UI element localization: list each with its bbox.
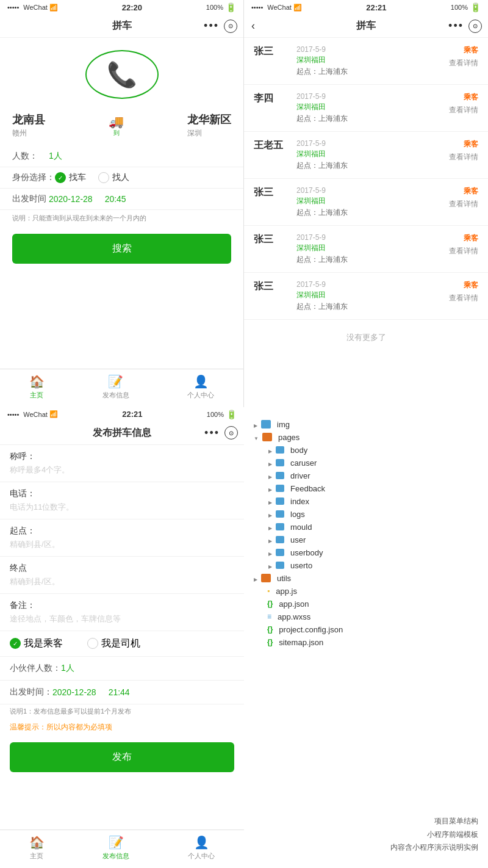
file-appjs[interactable]: ▪ app.js bbox=[254, 585, 478, 598]
folder-pages[interactable]: pages bbox=[254, 431, 478, 444]
tab-profile-3[interactable]: 👤 个人中心 bbox=[188, 835, 215, 861]
folder-driver[interactable]: driver bbox=[268, 469, 478, 482]
result-date-0: 2017-5-9 bbox=[296, 45, 443, 54]
scan-icon-3[interactable]: ⊙ bbox=[224, 426, 238, 439]
file-projectconfig[interactable]: {} project.config.json bbox=[254, 623, 478, 636]
time-2: 22:21 bbox=[366, 3, 386, 12]
file-sitemap-label: sitemap.json bbox=[279, 638, 323, 647]
scan-icon-1[interactable]: ⊙ bbox=[224, 20, 237, 33]
project-line3: 内容含小程序演示说明实例 bbox=[254, 841, 478, 855]
menu-dots-1[interactable]: ••• bbox=[204, 20, 219, 32]
time-3: 22:21 bbox=[122, 410, 142, 419]
title-bar-1: 拼车 ••• ⊙ bbox=[0, 15, 243, 38]
result-detail-1[interactable]: 查看详情 bbox=[449, 105, 478, 115]
menu-dots-2[interactable]: ••• bbox=[448, 20, 464, 32]
folder-userbody[interactable]: userbody bbox=[268, 546, 478, 559]
folder-logs-chevron bbox=[268, 510, 272, 519]
result-item-3[interactable]: 张三 2017-5-9 深圳福田 起点：上海浦东 乘客 查看详情 bbox=[244, 179, 488, 226]
arrow-label: 到 bbox=[113, 129, 120, 137]
field-note-hint[interactable]: 途径地点，车颜色，车牌信息等 bbox=[10, 613, 234, 624]
scan-icon-2[interactable]: ⊙ bbox=[468, 20, 482, 33]
result-right-0: 乘客 查看详情 bbox=[449, 45, 478, 68]
field-start-hint[interactable]: 精确到县/区。 bbox=[10, 539, 234, 550]
result-tag-0: 乘客 bbox=[464, 45, 478, 56]
post-people-row: 小伙伴人数： 1人 bbox=[0, 657, 244, 681]
result-middle-4: 2017-5-9 深圳福田 起点：上海浦东 bbox=[290, 233, 449, 265]
file-sitemap[interactable]: {} sitemap.json bbox=[254, 636, 478, 649]
radio-checked-icon bbox=[55, 172, 66, 183]
folder-utils[interactable]: utils bbox=[254, 572, 478, 585]
result-list: 张三 2017-5-9 深圳福田 起点：上海浦东 乘客 查看详情 李四 2017… bbox=[244, 38, 488, 407]
departure-date[interactable]: 2020-12-28 bbox=[49, 194, 93, 204]
field-end-hint[interactable]: 精确到县/区。 bbox=[10, 576, 234, 587]
back-button[interactable]: ‹ bbox=[251, 20, 255, 32]
publish-button[interactable]: 发布 bbox=[10, 742, 234, 772]
carrier-3: WeChat bbox=[23, 411, 48, 418]
folder-body-label: body bbox=[290, 446, 307, 455]
result-detail-0[interactable]: 查看详情 bbox=[449, 58, 478, 68]
field-phone-hint[interactable]: 电话为11位数字。 bbox=[10, 502, 234, 513]
field-name-label: 称呼： bbox=[10, 451, 234, 462]
folder-pages-label: pages bbox=[278, 433, 300, 442]
post-departure-date[interactable]: 2020-12-28 bbox=[52, 687, 96, 697]
result-start-4: 起点：上海浦东 bbox=[296, 255, 443, 265]
tab-home-3[interactable]: 🏠 主页 bbox=[29, 835, 45, 861]
post-option-passenger[interactable]: 我是乘客 bbox=[10, 637, 63, 650]
folder-logs[interactable]: logs bbox=[268, 508, 478, 521]
result-dest-2: 深圳福田 bbox=[296, 149, 443, 159]
field-phone: 电话： 电话为11位数字。 bbox=[0, 482, 244, 519]
file-projectconfig-label: project.config.json bbox=[279, 625, 343, 634]
result-detail-3[interactable]: 查看详情 bbox=[449, 199, 478, 209]
tab-home-1[interactable]: 🏠 主页 bbox=[29, 374, 45, 400]
folder-userto[interactable]: userto bbox=[268, 559, 478, 572]
result-detail-4[interactable]: 查看详情 bbox=[449, 246, 478, 256]
folder-user[interactable]: user bbox=[268, 533, 478, 546]
search-button[interactable]: 搜索 bbox=[12, 234, 231, 264]
folder-index[interactable]: index bbox=[268, 495, 478, 508]
result-item-5[interactable]: 张三 2017-5-9 深圳福田 起点：上海浦东 乘客 查看详情 bbox=[244, 273, 488, 320]
time-1: 22:20 bbox=[122, 3, 142, 12]
result-item-1[interactable]: 李四 2017-5-9 深圳福田 起点：上海浦东 乘客 查看详情 bbox=[244, 85, 488, 132]
result-detail-2[interactable]: 查看详情 bbox=[449, 152, 478, 162]
departure-time[interactable]: 20:45 bbox=[105, 194, 126, 204]
route-arrow: 🚚 到 bbox=[109, 114, 124, 137]
post-option-driver[interactable]: 我是司机 bbox=[87, 637, 140, 650]
result-item-0[interactable]: 张三 2017-5-9 深圳福田 起点：上海浦东 乘客 查看详情 bbox=[244, 38, 488, 85]
post-departure-time[interactable]: 21:44 bbox=[109, 687, 130, 697]
option-find-person[interactable]: 找人 bbox=[98, 172, 129, 183]
folder-user-chevron bbox=[268, 535, 272, 544]
result-detail-5[interactable]: 查看详情 bbox=[449, 293, 478, 303]
folder-feedback[interactable]: Feedback bbox=[268, 482, 478, 495]
tab-profile-1[interactable]: 👤 个人中心 bbox=[187, 374, 214, 400]
status-left-2: ••••• WeChat 📶 bbox=[251, 4, 302, 12]
folder-driver-chevron bbox=[268, 471, 272, 480]
option-find-car[interactable]: 找车 bbox=[55, 172, 86, 183]
menu-dots-3[interactable]: ••• bbox=[204, 427, 220, 439]
home-icon-1: 🏠 bbox=[29, 374, 45, 389]
folder-mould-label: mould bbox=[290, 523, 312, 532]
folder-caruser[interactable]: caruser bbox=[268, 457, 478, 469]
phone-logo-circle: 📞 bbox=[85, 50, 159, 99]
result-item-4[interactable]: 张三 2017-5-9 深圳福田 起点：上海浦东 乘客 查看详情 bbox=[244, 226, 488, 273]
status-bar-1: ••••• WeChat 📶 22:20 100% 🔋 bbox=[0, 0, 243, 15]
file-appjson[interactable]: {} app.json bbox=[254, 598, 478, 610]
folder-index-chevron bbox=[268, 497, 272, 506]
result-name-0: 张三 bbox=[254, 45, 290, 58]
field-name-hint[interactable]: 称呼最多4个字。 bbox=[10, 465, 234, 476]
result-item-2[interactable]: 王老五 2017-5-9 深圳福田 起点：上海浦东 乘客 查看详情 bbox=[244, 132, 488, 179]
phone-icon: 📞 bbox=[107, 60, 137, 89]
folder-img[interactable]: img bbox=[254, 418, 478, 431]
folder-mould[interactable]: mould bbox=[268, 521, 478, 533]
tab-bar-1: 🏠 主页 📝 发布信息 👤 个人中心 bbox=[0, 369, 243, 407]
to-city: 龙华新区 bbox=[187, 112, 231, 127]
tab-home-label-3: 主页 bbox=[30, 852, 43, 861]
profile-icon-1: 👤 bbox=[193, 374, 209, 389]
phone-logo-area: 📞 bbox=[0, 38, 243, 105]
file-appwxss[interactable]: ≡ app.wxss bbox=[254, 610, 478, 623]
folder-body[interactable]: body bbox=[268, 444, 478, 457]
folder-userbody-chevron bbox=[268, 548, 272, 557]
signal-2: ••••• bbox=[251, 4, 263, 11]
tab-post-1[interactable]: 📝 发布信息 bbox=[102, 374, 129, 400]
tab-post-3[interactable]: 📝 发布信息 bbox=[102, 835, 129, 861]
people-row: 人数： 1人 bbox=[0, 146, 243, 167]
